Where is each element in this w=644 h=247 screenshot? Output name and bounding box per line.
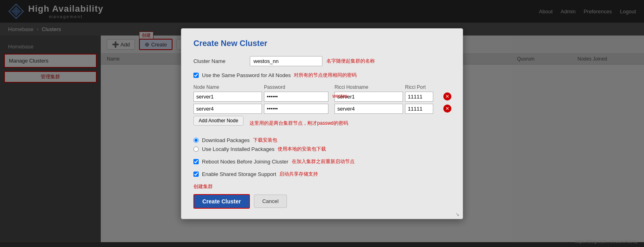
node-table: Node Name Password Ricci Hostname Ricci … bbox=[193, 84, 451, 114]
download-packages-row: Download Packages 下载安装包 bbox=[193, 137, 451, 144]
reboot-annotation: 在加入集群之前重新启动节点 bbox=[292, 158, 355, 165]
create-cluster-button[interactable]: Create Cluster bbox=[193, 194, 250, 209]
node-remove-btn-2[interactable]: ✕ bbox=[443, 105, 451, 113]
local-packages-radio[interactable] bbox=[193, 147, 199, 152]
node-name-2[interactable] bbox=[193, 104, 262, 114]
node-password-1[interactable] bbox=[264, 92, 328, 102]
cancel-button[interactable]: Cancel bbox=[254, 195, 287, 208]
same-password-annotation: 对所有的节点使用相同的密码 bbox=[294, 72, 357, 79]
node-row-2: ✕ bbox=[193, 104, 451, 114]
col-actions bbox=[443, 84, 455, 90]
shared-storage-label: Enable Shared Storage Support bbox=[202, 171, 276, 177]
modal-overlay: Create New Cluster Cluster Name 名字随便起集群的… bbox=[0, 0, 644, 242]
reboot-label: Reboot Nodes Before Joining Cluster bbox=[202, 159, 289, 165]
download-packages-label: Download Packages bbox=[202, 137, 250, 143]
node-ricci-port-2[interactable] bbox=[405, 104, 433, 114]
resize-handle[interactable]: ↘ bbox=[455, 211, 461, 217]
node-ricci-port-1[interactable] bbox=[405, 92, 433, 102]
col-ricci-hostname: Ricci Hostname bbox=[334, 84, 403, 90]
cluster-name-annotation: 名字随便起集群的名称 bbox=[326, 58, 375, 65]
password-cell-1: westos bbox=[264, 92, 332, 102]
node-annotation: 这里用的是两台集群节点，刚才passwd的密码 bbox=[249, 120, 348, 127]
col-password: Password bbox=[264, 84, 332, 90]
download-packages-annotation: 下载安装包 bbox=[253, 137, 277, 144]
node-password-2[interactable] bbox=[264, 104, 328, 114]
node-ricci-hostname-2[interactable] bbox=[334, 104, 403, 114]
create-annotation-label: 创建集群 bbox=[193, 183, 451, 190]
shared-storage-checkbox[interactable] bbox=[193, 172, 199, 177]
node-remove-btn-1[interactable]: ✕ bbox=[443, 92, 451, 100]
node-table-header: Node Name Password Ricci Hostname Ricci … bbox=[193, 84, 451, 90]
modal-title: Create New Cluster bbox=[193, 39, 451, 48]
modal-actions: Create Cluster Cancel bbox=[193, 194, 451, 209]
cluster-name-input[interactable] bbox=[250, 56, 322, 66]
col-node-name: Node Name bbox=[193, 84, 262, 90]
node-row-1: westos ✕ bbox=[193, 92, 451, 102]
cluster-name-label: Cluster Name bbox=[193, 58, 246, 64]
local-packages-label: Use Locally Installed Packages bbox=[202, 146, 274, 152]
same-password-label: Use the Same Password for All Nodes bbox=[202, 72, 291, 78]
node-name-1[interactable] bbox=[193, 92, 262, 102]
password-annotation: westos bbox=[332, 93, 347, 99]
shared-storage-annotation: 启动共享存储支持 bbox=[279, 171, 318, 178]
reboot-checkbox[interactable] bbox=[193, 159, 199, 164]
local-packages-row: Use Locally Installed Packages 使用本地的安装包下… bbox=[193, 146, 451, 153]
add-another-node-button[interactable]: Add Another Node bbox=[193, 116, 243, 126]
same-password-checkbox[interactable] bbox=[193, 73, 199, 78]
packages-radio-group: Download Packages 下载安装包 Use Locally Inst… bbox=[193, 137, 451, 153]
shared-storage-row: Enable Shared Storage Support 启动共享存储支持 bbox=[193, 171, 451, 178]
create-cluster-modal: Create New Cluster Cluster Name 名字随便起集群的… bbox=[181, 28, 463, 219]
download-packages-radio[interactable] bbox=[193, 138, 199, 143]
col-ricci-port: Ricci Port bbox=[405, 84, 441, 90]
reboot-row: Reboot Nodes Before Joining Cluster 在加入集… bbox=[193, 158, 451, 165]
same-password-row: Use the Same Password for All Nodes 对所有的… bbox=[193, 72, 451, 79]
cluster-name-row: Cluster Name 名字随便起集群的名称 bbox=[193, 56, 451, 66]
local-packages-annotation: 使用本地的安装包下载 bbox=[278, 146, 326, 153]
add-node-row: Add Another Node 这里用的是两台集群节点，刚才passwd的密码 bbox=[193, 116, 451, 131]
